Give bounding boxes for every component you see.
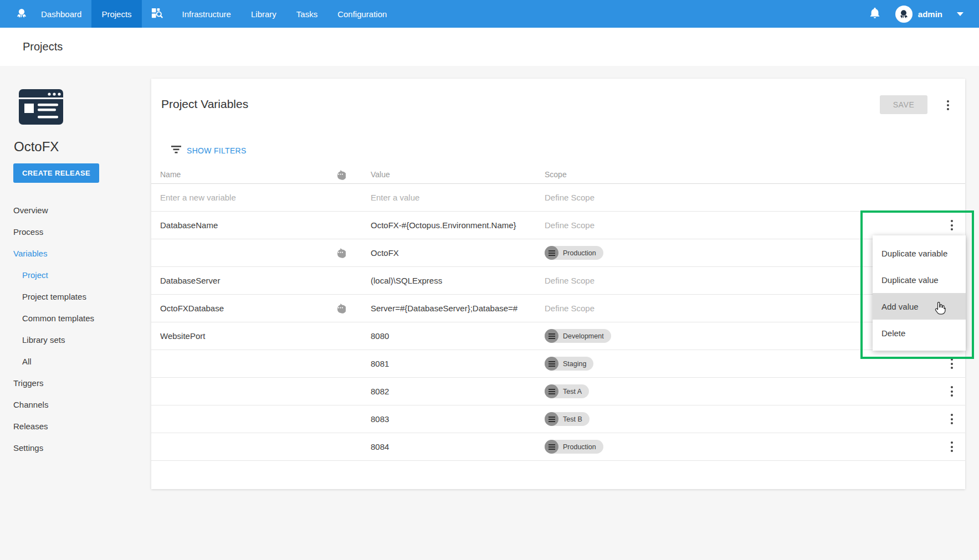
variable-value-cell[interactable]: (local)\SQLExpress [354,276,544,285]
variable-value-cell[interactable]: 8083 [354,414,544,424]
comment-icon [326,303,354,314]
mouse-cursor-icon [934,302,946,318]
row-overflow-button[interactable] [951,358,953,370]
sidebar-item-process[interactable]: Process [0,221,151,243]
variable-name-cell[interactable]: WebsitePort [160,331,326,341]
menu-item-duplicate-variable[interactable]: Duplicate variable [873,240,966,266]
page-title: Projects [23,40,63,53]
octopus-logo[interactable] [0,0,31,28]
nav-label-configuration: Configuration [337,9,387,19]
menu-item-delete[interactable]: Delete [873,320,966,346]
variable-name-cell[interactable]: DatabaseName [160,220,326,230]
scope-cell[interactable]: Test A [544,384,939,398]
environment-chip-label: Test B [563,415,582,423]
panel-header: Project Variables SAVE [151,79,965,130]
environment-chip[interactable]: Test A [545,384,589,398]
environment-chip-label: Production [563,249,596,257]
environment-chip-label: Development [563,332,604,340]
project-name: OctoFX [14,139,151,155]
variable-value-cell[interactable]: OctoFX-#{Octopus.Environment.Name} [354,220,544,230]
nav-label-tasks: Tasks [296,9,317,19]
save-button[interactable]: SAVE [880,95,927,114]
menu-item-add-value[interactable]: Add value [873,293,966,320]
page-title-bar: Projects [0,28,979,66]
sidebar-item-channels[interactable]: Channels [0,394,151,415]
project-search-button[interactable] [142,0,172,28]
variable-value-cell[interactable]: OctoFX [354,248,544,258]
column-header-scope: Scope [544,170,939,179]
table-row: DatabaseName OctoFX-#{Octopus.Environmen… [151,212,965,239]
environment-chip[interactable]: Staging [545,357,593,371]
environment-chip-label: Test A [563,388,582,395]
environment-chip-label: Production [563,443,596,451]
sidebar-item-settings[interactable]: Settings [0,437,151,459]
environment-chip[interactable]: Production [545,440,603,454]
variable-name-cell[interactable]: OctoFXDatabase [160,304,326,313]
sidebar-item-project-templates[interactable]: Project templates [0,286,151,307]
nav-label-projects: Projects [101,9,131,19]
new-variable-value-input[interactable]: Enter a value [354,193,544,202]
notifications-bell-icon[interactable] [869,6,881,22]
new-variable-scope-input[interactable]: Define Scope [544,193,939,202]
show-filters-button[interactable]: SHOW FILTERS [171,146,247,156]
project-logo-icon [19,89,151,127]
project-sidebar: OctoFX CREATE RELEASE Overview Process V… [0,66,151,459]
nav-item-configuration[interactable]: Configuration [327,0,397,28]
table-row: DatabaseServer (local)\SQLExpress Define… [151,267,965,295]
table-header-row: Name Value Scope [151,166,965,184]
sidebar-item-library-sets[interactable]: Library sets [0,329,151,351]
table-row: 8084 Production [151,433,965,461]
table-row: 8082 Test A [151,378,965,405]
nav-label-infrastructure: Infrastructure [182,9,231,19]
table-row: OctoFXDatabase Server=#{DatabaseServer};… [151,295,965,322]
scope-cell[interactable]: Staging [544,357,939,371]
row-overflow-button[interactable] [951,219,953,232]
nav-item-infrastructure[interactable]: Infrastructure [172,0,241,28]
nav-item-projects[interactable]: Projects [91,0,141,28]
user-avatar[interactable] [895,6,913,23]
sidebar-item-common-templates[interactable]: Common templates [0,307,151,329]
environment-chip[interactable]: Production [545,246,603,260]
chevron-down-icon[interactable] [957,12,963,16]
username[interactable]: admin [918,9,942,19]
nav-item-dashboard[interactable]: Dashboard [31,0,91,28]
sidebar-item-all[interactable]: All [0,351,151,372]
variables-table: Name Value Scope Enter a new variable En… [151,166,965,461]
row-overflow-button[interactable] [951,386,953,398]
sidebar-item-overview[interactable]: Overview [0,199,151,221]
comment-icon [326,169,354,180]
variable-value-cell[interactable]: 8081 [354,359,544,368]
show-filters-label: SHOW FILTERS [187,146,247,155]
environment-chip[interactable]: Test B [545,412,590,426]
column-header-name: Name [160,170,326,179]
search-icon [151,7,163,21]
variable-value-cell[interactable]: 8080 [354,331,544,341]
variable-value-cell[interactable]: 8082 [354,387,544,396]
variable-name-cell[interactable]: DatabaseServer [160,276,326,285]
sidebar-item-variables[interactable]: Variables [0,243,151,264]
scope-cell[interactable]: Define Scope [544,220,939,230]
create-release-button[interactable]: CREATE RELEASE [13,163,99,183]
octopus-icon [16,7,28,21]
variable-value-cell[interactable]: Server=#{DatabaseServer};Database=# [354,304,544,313]
environment-icon [545,329,558,343]
environment-icon [545,246,558,260]
sidebar-menu: Overview Process Variables Project Proje… [0,199,151,459]
table-row: 8081 Staging [151,350,965,378]
row-overflow-button[interactable] [951,441,953,453]
sidebar-item-project[interactable]: Project [0,264,151,286]
variable-value-cell[interactable]: 8084 [354,442,544,451]
scope-cell[interactable]: Production [544,440,939,454]
panel-overflow-button[interactable] [947,99,949,111]
sidebar-item-releases[interactable]: Releases [0,415,151,437]
scope-cell[interactable]: Test B [544,412,939,426]
nav-item-library[interactable]: Library [241,0,286,28]
menu-item-duplicate-value[interactable]: Duplicate value [873,266,966,293]
row-context-menu: Duplicate variable Duplicate value Add v… [873,235,966,351]
nav-item-tasks[interactable]: Tasks [286,0,327,28]
environment-chip[interactable]: Development [545,329,611,343]
new-variable-name-input[interactable]: Enter a new variable [160,193,326,202]
environment-icon [545,384,558,398]
row-overflow-button[interactable] [951,413,953,425]
sidebar-item-triggers[interactable]: Triggers [0,372,151,394]
